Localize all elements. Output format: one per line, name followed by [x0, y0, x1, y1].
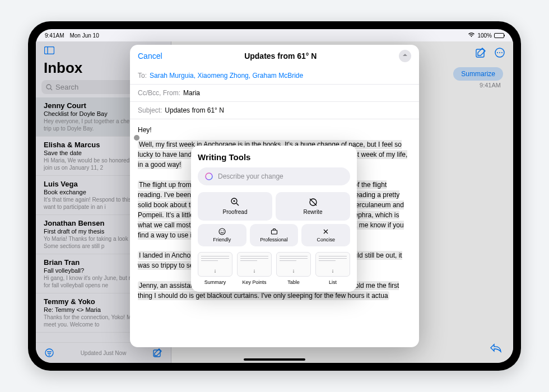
more-icon[interactable] [494, 47, 505, 58]
compose-new-icon[interactable] [475, 47, 486, 58]
filter-icon[interactable] [44, 347, 55, 358]
to-field[interactable]: To: Sarah Murguia, Xiaomeng Zhong, Graha… [130, 67, 419, 85]
screen: 9:41AM Mon Jun 10 100% Inbox [36, 29, 513, 363]
battery-percent: 100% [477, 32, 492, 39]
compose-title: Updates from 61° N [244, 52, 317, 60]
professional-button[interactable]: Professional [250, 224, 299, 246]
svg-point-12 [499, 52, 500, 53]
smile-icon [218, 228, 226, 235]
reply-icon[interactable] [490, 343, 502, 355]
proofread-button[interactable]: Proofread [198, 192, 272, 221]
status-date: Mon Jun 10 [69, 32, 99, 39]
svg-point-11 [497, 52, 498, 53]
table-format-button[interactable]: ↓ Table [276, 252, 311, 285]
briefcase-icon [271, 228, 278, 235]
sidebar-toggle-icon[interactable] [44, 45, 55, 56]
battery-icon [494, 33, 504, 38]
add-recipient-button[interactable] [399, 50, 411, 62]
friendly-button[interactable]: Friendly [198, 224, 246, 246]
svg-point-2 [46, 85, 51, 89]
cancel-button[interactable]: Cancel [138, 52, 162, 60]
svg-point-13 [501, 52, 503, 53]
describe-change-input[interactable]: Describe your change [198, 167, 350, 185]
concise-icon [322, 228, 329, 235]
rewrite-icon [309, 198, 318, 207]
sparkle-icon [204, 172, 213, 181]
svg-line-16 [236, 203, 239, 206]
summarize-button[interactable]: Summarize [453, 67, 503, 81]
writing-tools-popover: Writing Tools Describe your change Proof… [191, 146, 357, 292]
svg-line-3 [50, 88, 52, 90]
writing-tools-title: Writing Tools [198, 152, 350, 162]
svg-rect-0 [45, 47, 54, 54]
svg-point-22 [221, 230, 221, 231]
magnify-icon [231, 198, 240, 207]
ccbcc-field[interactable]: Cc/Bcc, From: Maria [130, 85, 419, 102]
concise-button[interactable]: Concise [301, 224, 350, 246]
compose-icon[interactable] [152, 347, 163, 358]
svg-point-14 [206, 173, 212, 180]
svg-rect-24 [271, 230, 277, 234]
subject-field[interactable]: Subject: Updates from 61° N [130, 102, 419, 119]
wifi-icon [468, 32, 475, 39]
status-time: 9:41AM [45, 32, 64, 39]
search-icon [46, 84, 53, 91]
home-indicator[interactable] [244, 358, 305, 361]
svg-point-21 [219, 228, 225, 235]
rewrite-button[interactable]: Rewrite [276, 192, 350, 221]
list-format-button[interactable]: ↓ List [315, 252, 350, 285]
status-bar: 9:41AM Mon Jun 10 100% [36, 29, 513, 41]
svg-point-4 [45, 349, 53, 357]
selection-handle[interactable] [134, 135, 139, 141]
svg-point-23 [223, 230, 224, 231]
keypoints-format-button[interactable]: ↓ Key Points [237, 252, 272, 285]
ipad-device-frame: 9:41AM Mon Jun 10 100% Inbox [28, 21, 521, 371]
message-timestamp: 9:41AM [480, 82, 501, 88]
summary-format-button[interactable]: ↓ Summary [198, 252, 232, 285]
